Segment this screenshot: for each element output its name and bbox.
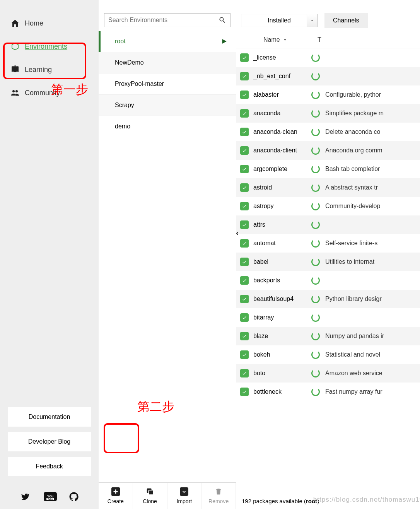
package-description: A abstract syntax tr — [325, 184, 378, 191]
package-row[interactable]: blazeNumpy and pandas ir — [236, 327, 420, 345]
checkbox-checked-icon[interactable] — [240, 109, 249, 118]
package-row[interactable]: anaconda-cleanDelete anaconda co — [236, 123, 420, 141]
package-description: Simplifies package m — [325, 110, 384, 117]
play-icon[interactable] — [220, 38, 227, 45]
package-name: anaconda — [253, 110, 311, 117]
package-row[interactable]: babelUtilities to internat — [236, 253, 420, 271]
package-row[interactable]: alabasterConfigurable, pythor — [236, 85, 420, 104]
checkbox-checked-icon[interactable] — [240, 53, 249, 62]
action-label: Import — [177, 498, 192, 504]
checkbox-checked-icon[interactable] — [240, 258, 249, 266]
package-row[interactable]: anacondaSimplifies package m — [236, 104, 420, 123]
checkbox-checked-icon[interactable] — [240, 128, 249, 136]
environment-name: ProxyPool-master — [115, 80, 164, 87]
environment-row[interactable]: ProxyPool-master — [99, 73, 236, 95]
sidebar-item-environments[interactable]: Environments — [0, 35, 99, 58]
package-description: Amazon web service — [325, 370, 382, 377]
documentation-button[interactable]: Documentation — [8, 407, 91, 427]
action-label: Create — [108, 498, 124, 504]
checkbox-checked-icon[interactable] — [240, 183, 249, 192]
package-row[interactable]: astroidA abstract syntax tr — [236, 178, 420, 197]
checkbox-checked-icon[interactable] — [240, 332, 249, 340]
checkbox-checked-icon[interactable] — [240, 72, 249, 80]
checkbox-checked-icon[interactable] — [240, 220, 249, 229]
package-name: alabaster — [253, 91, 311, 98]
youtube-icon[interactable]: YouTube — [44, 492, 55, 501]
checkbox-checked-icon[interactable] — [240, 388, 249, 396]
checkbox-checked-icon[interactable] — [240, 276, 249, 285]
environment-row[interactable]: Scrapy — [99, 95, 236, 116]
loading-icon — [311, 239, 320, 248]
environment-row[interactable]: demo — [99, 116, 236, 137]
loading-icon — [311, 313, 320, 322]
checkbox-checked-icon[interactable] — [240, 350, 249, 359]
package-row[interactable]: backports — [236, 271, 420, 290]
loading-icon — [311, 258, 320, 266]
package-name: anaconda-clean — [253, 128, 311, 135]
sidebar-item-learning[interactable]: Learning — [0, 58, 99, 81]
developer-blog-button[interactable]: Developer Blog — [8, 432, 91, 451]
package-description: Anaconda.org comm — [325, 147, 382, 154]
chevron-down-icon — [282, 37, 288, 43]
checkbox-checked-icon[interactable] — [240, 165, 249, 173]
search-input[interactable] — [108, 17, 219, 24]
sidebar-item-label: Learning — [25, 66, 52, 74]
package-list[interactable]: _license_nb_ext_confalabasterConfigurabl… — [236, 48, 420, 493]
package-row[interactable]: argcompleteBash tab completior — [236, 160, 420, 178]
package-name: bokeh — [253, 351, 311, 358]
search-environments[interactable] — [104, 13, 230, 27]
packages-header: Name T — [236, 32, 420, 48]
github-icon[interactable] — [69, 492, 80, 501]
package-row[interactable]: bottleneckFast numpy array fur — [236, 383, 420, 401]
package-row[interactable]: anaconda-clientAnaconda.org comm — [236, 141, 420, 160]
svg-rect-8 — [180, 487, 188, 496]
packages-panel: Installed Channels Name T _license_nb_ex… — [236, 0, 420, 509]
loading-icon — [311, 276, 320, 285]
sidebar-item-label: Home — [25, 19, 43, 27]
loading-icon — [311, 350, 320, 359]
import-button[interactable]: Import — [167, 483, 202, 509]
remove-button[interactable]: Remove — [201, 483, 236, 509]
channels-button[interactable]: Channels — [324, 13, 368, 28]
package-row[interactable]: bokehStatistical and novel — [236, 345, 420, 364]
checkbox-checked-icon[interactable] — [240, 202, 249, 210]
package-description: Fast numpy array fur — [325, 388, 382, 395]
sidebar-item-label: Environments — [25, 43, 67, 51]
package-row[interactable]: astropyCommunity-develop — [236, 197, 420, 215]
package-name: bottleneck — [253, 388, 311, 395]
environment-name: root — [115, 38, 126, 45]
package-row[interactable]: bitarray — [236, 308, 420, 327]
package-description: Community-develop — [325, 203, 380, 210]
column-t[interactable]: T — [318, 36, 321, 43]
package-name: _nb_ext_conf — [253, 73, 311, 80]
loading-icon — [311, 72, 320, 80]
package-name: _license — [253, 54, 311, 61]
package-name: babel — [253, 258, 311, 265]
package-name: beautifulsoup4 — [253, 295, 311, 302]
package-row[interactable]: _nb_ext_conf — [236, 67, 420, 85]
environment-row[interactable]: NewDemo — [99, 52, 236, 73]
checkbox-checked-icon[interactable] — [240, 91, 249, 99]
package-row[interactable]: botoAmazon web service — [236, 364, 420, 383]
package-row[interactable]: beautifulsoup4Python library desigr — [236, 290, 420, 308]
package-row[interactable]: _license — [236, 48, 420, 67]
feedback-button[interactable]: Feedback — [8, 457, 91, 476]
create-button[interactable]: Create — [99, 483, 133, 509]
checkbox-checked-icon[interactable] — [240, 313, 249, 322]
checkbox-checked-icon[interactable] — [240, 369, 249, 377]
loading-icon — [311, 146, 320, 155]
checkbox-checked-icon[interactable] — [240, 239, 249, 248]
filter-select[interactable]: Installed — [241, 14, 318, 27]
package-row[interactable]: automatSelf-service finite-s — [236, 234, 420, 253]
checkbox-checked-icon[interactable] — [240, 295, 249, 303]
twitter-icon[interactable] — [19, 492, 30, 501]
clone-button[interactable]: Clone — [133, 483, 167, 509]
checkbox-checked-icon[interactable] — [240, 146, 249, 155]
package-row[interactable]: attrs — [236, 215, 420, 234]
package-description: Utilities to internat — [325, 258, 374, 265]
collapse-handle[interactable]: ‹ — [236, 228, 239, 238]
environment-row[interactable]: root — [99, 31, 236, 52]
column-name[interactable]: Name — [263, 36, 280, 43]
packages-toolbar: Installed Channels — [236, 0, 420, 32]
sidebar-item-home[interactable]: Home — [0, 12, 99, 35]
